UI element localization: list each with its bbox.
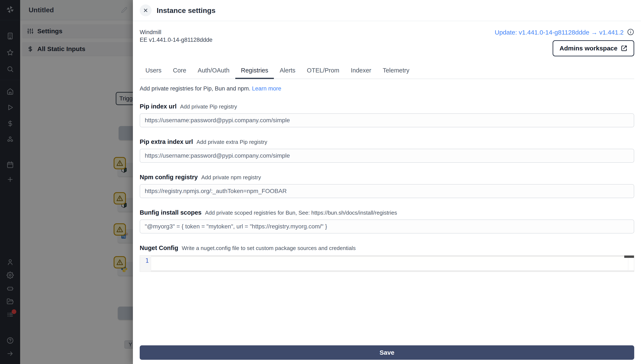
app-version: EE v1.441.0-14-g81128ddde	[140, 36, 212, 44]
tab-registries[interactable]: Registries	[235, 67, 274, 79]
editor-line-number: 1	[140, 256, 151, 272]
modal-header: Instance settings	[133, 0, 641, 21]
field-hint: Add private scoped registries for Bun, S…	[205, 210, 397, 216]
pip-index-url-input[interactable]	[140, 113, 634, 127]
registries-intro: Add private registries for Pip, Bun and …	[140, 86, 634, 92]
pip-extra-index-url-label-row: Pip extra index url Add private extra Pi…	[140, 138, 634, 147]
tab-core[interactable]: Core	[167, 67, 192, 79]
tab-users[interactable]: Users	[140, 67, 167, 79]
app-name: Windmill	[140, 28, 212, 36]
field-label: Npm config registry	[140, 174, 198, 180]
intro-text: Add private registries for Pip, Bun and …	[140, 86, 250, 92]
external-link-icon	[621, 45, 627, 52]
version-block: Windmill EE v1.441.0-14-g81128ddde	[140, 28, 212, 44]
close-icon	[143, 8, 148, 13]
editor-scrollbar[interactable]	[624, 256, 634, 258]
update-link[interactable]: Update: v1.441.0-14-g81128ddde → v1.441.…	[495, 29, 624, 36]
instance-settings-modal: Instance settings Windmill EE v1.441.0-1…	[133, 0, 641, 364]
editor-code-area[interactable]	[151, 257, 628, 270]
tab-indexer[interactable]: Indexer	[345, 67, 377, 79]
tab-otel-prom[interactable]: OTEL/Prom	[301, 67, 345, 79]
field-hint: Write a nuget.config file to set custom …	[182, 245, 355, 251]
info-icon[interactable]	[627, 28, 634, 36]
tab-alerts[interactable]: Alerts	[274, 67, 301, 79]
admins-workspace-label: Admins workspace	[560, 45, 617, 52]
nuget-config-editor[interactable]: 1	[140, 255, 634, 272]
field-label: Pip extra index url	[140, 138, 193, 145]
pip-extra-index-url-input[interactable]	[140, 149, 634, 163]
admins-workspace-button[interactable]: Admins workspace	[553, 40, 634, 56]
field-label: Nuget Config	[140, 244, 178, 251]
close-button[interactable]	[140, 4, 152, 16]
learn-more-link[interactable]: Learn more	[252, 86, 281, 92]
field-label: Bunfig install scopes	[140, 209, 202, 216]
field-label: Pip index url	[140, 103, 177, 110]
modal-title: Instance settings	[157, 6, 216, 14]
tab-telemetry[interactable]: Telemetry	[377, 67, 415, 79]
save-button[interactable]: Save	[140, 345, 634, 360]
npm-config-registry-input[interactable]	[140, 184, 634, 198]
bunfig-install-scopes-input[interactable]	[140, 220, 634, 234]
npm-config-registry-label-row: Npm config registry Add private npm regi…	[140, 173, 634, 182]
app-root: Untitled Settings All Static Inputs Trig…	[0, 0, 641, 364]
tab-auth-oauth[interactable]: Auth/OAuth	[192, 67, 235, 79]
modal-body: Windmill EE v1.441.0-14-g81128ddde Updat…	[133, 21, 641, 364]
bunfig-install-scopes-label-row: Bunfig install scopes Add private scoped…	[140, 208, 634, 218]
field-hint: Add private extra Pip registry	[197, 139, 267, 145]
pip-index-url-label-row: Pip index url Add private Pip registry	[140, 102, 634, 112]
field-hint: Add private npm registry	[201, 174, 261, 180]
settings-tabs: Users Core Auth/OAuth Registries Alerts …	[140, 67, 634, 79]
nuget-config-label-row: Nuget Config Write a nuget.config file t…	[140, 244, 634, 253]
modal-backdrop[interactable]	[0, 0, 133, 364]
editor-minimap	[628, 257, 634, 270]
field-hint: Add private Pip registry	[180, 104, 237, 110]
